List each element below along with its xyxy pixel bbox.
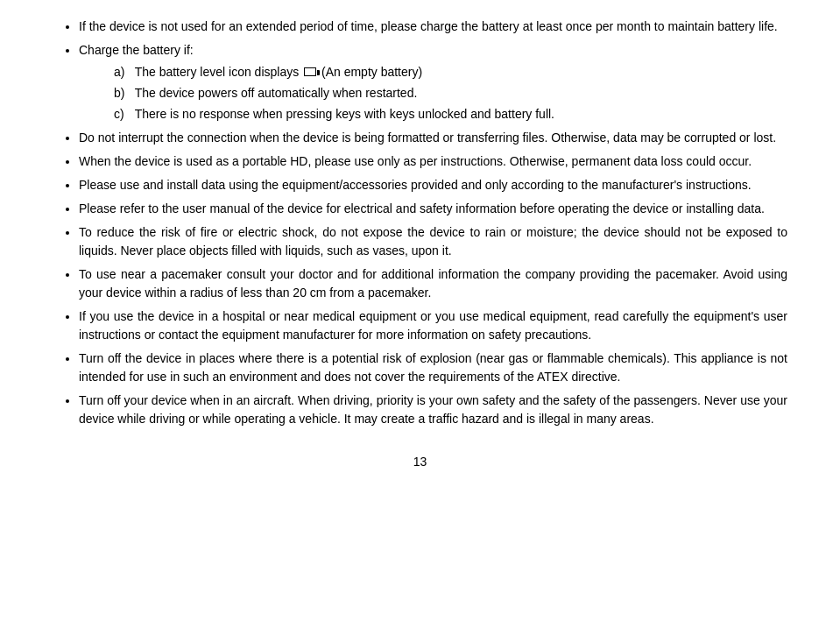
- list-item: Please refer to the user manual of the d…: [79, 200, 787, 218]
- sub-label: c): [114, 105, 131, 123]
- list-item: If you use the device in a hospital or n…: [79, 307, 787, 344]
- list-item: Do not interrupt the connection when the…: [79, 129, 787, 147]
- bullet-intro: Charge the battery if:: [79, 43, 194, 57]
- page-number: 13: [53, 455, 787, 469]
- sub-text: There is no response when pressing keys …: [135, 107, 554, 121]
- bullet-text: Please refer to the user manual of the d…: [79, 201, 765, 215]
- bullet-text: Please use and install data using the eq…: [79, 178, 752, 192]
- battery-icon: [304, 67, 316, 76]
- sub-text-after: (An empty battery): [321, 65, 422, 79]
- sub-list-item: b) The device powers off automatically w…: [114, 84, 787, 102]
- list-item: Turn off your device when in an aircraft…: [79, 392, 787, 428]
- sub-label: b): [114, 84, 131, 102]
- main-list: If the device is not used for an extende…: [53, 18, 787, 428]
- list-item: Charge the battery if: a) The battery le…: [79, 41, 787, 123]
- list-item: To use near a pacemaker consult your doc…: [79, 265, 787, 302]
- sub-label: a): [114, 63, 131, 81]
- sub-list-item: a) The battery level icon displays (An e…: [114, 63, 787, 81]
- bullet-text: Turn off your device when in an aircraft…: [79, 393, 787, 426]
- sub-list: a) The battery level icon displays (An e…: [79, 63, 787, 123]
- list-item: Turn off the device in places where ther…: [79, 349, 787, 386]
- bullet-text: To use near a pacemaker consult your doc…: [79, 267, 787, 300]
- bullet-text: If the device is not used for an extende…: [79, 19, 778, 33]
- bullet-text: Turn off the device in places where ther…: [79, 351, 787, 384]
- list-item: Please use and install data using the eq…: [79, 176, 787, 194]
- content-area: If the device is not used for an extende…: [53, 18, 787, 469]
- list-item: If the device is not used for an extende…: [79, 18, 787, 36]
- sub-list-item: c) There is no response when pressing ke…: [114, 105, 787, 123]
- page-container: If the device is not used for an extende…: [0, 0, 840, 628]
- bullet-text: If you use the device in a hospital or n…: [79, 309, 787, 342]
- bullet-text: To reduce the risk of fire or electric s…: [79, 225, 787, 258]
- bullet-text: When the device is used as a portable HD…: [79, 154, 752, 168]
- list-item: To reduce the risk of fire or electric s…: [79, 223, 787, 260]
- bullet-text: Do not interrupt the connection when the…: [79, 131, 776, 145]
- list-item: When the device is used as a portable HD…: [79, 152, 787, 171]
- sub-text: The device powers off automatically when…: [135, 86, 418, 100]
- sub-text-before: The battery level icon displays: [135, 65, 300, 79]
